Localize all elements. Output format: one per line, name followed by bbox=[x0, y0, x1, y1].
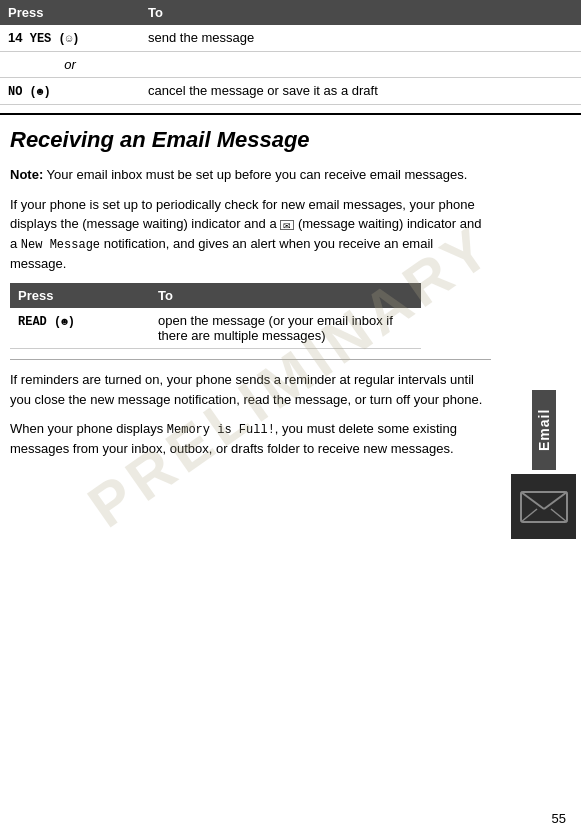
value-cell-or bbox=[140, 52, 581, 78]
table-row: READ (☻) open the message (or your email… bbox=[10, 308, 421, 349]
paragraph3: When your phone displays Memory is Full!… bbox=[10, 419, 491, 459]
section-divider-top bbox=[0, 113, 581, 115]
key-cell-no: NO (☻) bbox=[0, 78, 140, 105]
table-row: 14 YES (☺) send the message bbox=[0, 25, 581, 52]
top-table-header-press: Press bbox=[0, 0, 140, 25]
svg-line-2 bbox=[544, 492, 567, 509]
value-cell-no: cancel the message or save it as a draft bbox=[140, 78, 581, 105]
page-container: PRELIMINARY Press To 14 YES (☺) send the… bbox=[0, 0, 581, 836]
value-cell-read: open the message (or your email inbox if… bbox=[150, 308, 421, 349]
table-row-no: NO (☻) cancel the message or save it as … bbox=[0, 78, 581, 105]
key-cell-yes: 14 YES (☺) bbox=[0, 25, 140, 52]
top-press-table: Press To 14 YES (☺) send the message or … bbox=[0, 0, 581, 105]
page-number: 55 bbox=[552, 811, 566, 826]
paragraph2: If reminders are turned on, your phone s… bbox=[10, 370, 491, 409]
section-divider-mid bbox=[10, 359, 491, 360]
email-tab-label: Email bbox=[532, 390, 556, 470]
note-paragraph: Note: Your email inbox must be set up be… bbox=[10, 165, 491, 185]
second-press-table: Press To READ (☻) open the message (or y… bbox=[10, 283, 421, 349]
memory-full-code: Memory is Full! bbox=[167, 423, 275, 437]
second-table-header-press: Press bbox=[10, 283, 150, 308]
second-table-container: Press To READ (☻) open the message (or y… bbox=[10, 283, 491, 349]
note-text: Your email inbox must be set up before y… bbox=[43, 167, 467, 182]
table-row-or: or bbox=[0, 52, 581, 78]
value-cell-yes: send the message bbox=[140, 25, 581, 52]
key-label-14: 14 YES (☺) bbox=[8, 30, 80, 45]
paragraph3-before: When your phone displays bbox=[10, 421, 167, 436]
svg-line-4 bbox=[551, 509, 567, 522]
svg-line-1 bbox=[521, 492, 544, 509]
second-table-header-to: To bbox=[150, 283, 421, 308]
content-area: Receiving an Email Message Note: Your em… bbox=[0, 127, 581, 459]
key-cell-or: or bbox=[0, 52, 140, 78]
new-message-code: New Message bbox=[21, 238, 100, 252]
section-heading: Receiving an Email Message bbox=[10, 127, 491, 153]
top-table-header-to: To bbox=[140, 0, 581, 25]
key-cell-read: READ (☻) bbox=[10, 308, 150, 349]
email-icon bbox=[519, 487, 569, 527]
note-label: Note: bbox=[10, 167, 43, 182]
paragraph1: If your phone is set up to periodically … bbox=[10, 195, 491, 274]
email-icon-box bbox=[511, 474, 576, 539]
message-waiting-icon: ✉ bbox=[280, 220, 294, 230]
svg-line-3 bbox=[521, 509, 537, 522]
right-sidebar: Email bbox=[506, 390, 581, 539]
